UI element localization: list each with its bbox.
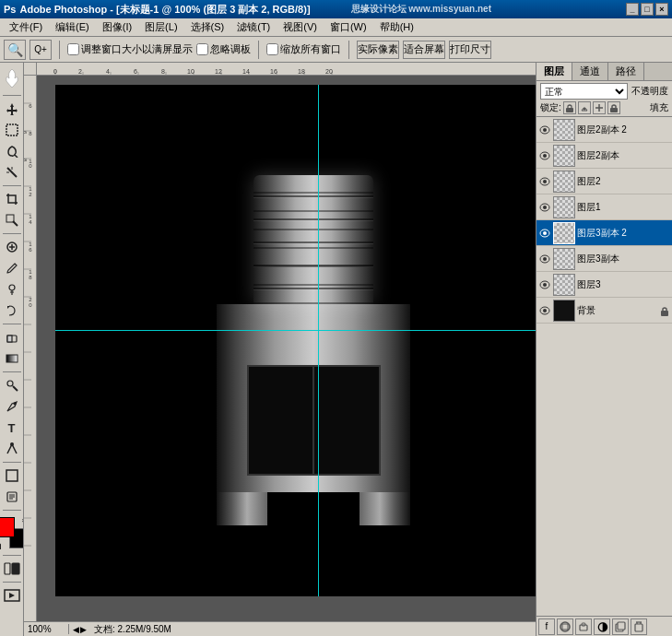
zoom-all-checkbox[interactable] xyxy=(266,43,278,55)
statusbar: 100% ◀ ▶ 文档: 2.25M/9.50M xyxy=(24,621,536,636)
layer-name-4: 图层3副本 2 xyxy=(577,227,670,240)
menu-view[interactable]: 视图(V) xyxy=(277,19,323,35)
zoom-display: 100% xyxy=(28,624,69,634)
gradient-tool[interactable] xyxy=(2,348,22,369)
layer-group-button[interactable] xyxy=(575,618,592,635)
titlebar: Ps Adobe Photoshop - [未标题-1 @ 100% (图层 3… xyxy=(0,0,672,18)
lasso-tool[interactable] xyxy=(2,141,22,161)
delete-layer-button[interactable] xyxy=(631,618,647,635)
minimize-button[interactable]: _ xyxy=(626,3,639,16)
layer-item-0[interactable]: 图层2副本 2 xyxy=(536,117,672,143)
layer-item-6[interactable]: 图层3 xyxy=(536,272,672,298)
clone-stamp-tool[interactable] xyxy=(2,279,22,300)
canvas[interactable] xyxy=(55,85,536,596)
canvas-artwork xyxy=(55,85,536,596)
move-tool[interactable] xyxy=(2,99,22,119)
foreground-color-swatch[interactable] xyxy=(0,517,15,537)
tab-channels[interactable]: 通道 xyxy=(572,63,608,80)
app-logo: Ps xyxy=(4,4,16,15)
ignore-palette-checkbox[interactable] xyxy=(196,43,208,55)
slice-tool[interactable] xyxy=(2,210,22,230)
menu-layer[interactable]: 图层(L) xyxy=(139,19,183,35)
title-text: Adobe Photoshop - [未标题-1 @ 100% (图层 3 副本… xyxy=(19,3,310,17)
layer-item-3[interactable]: 图层1 xyxy=(536,194,672,220)
panel-tabs: 图层 通道 路径 xyxy=(536,63,672,81)
layer-item-1[interactable]: 图层2副本 xyxy=(536,143,672,169)
maximize-button[interactable]: □ xyxy=(641,3,654,16)
menu-file[interactable]: 文件(F) xyxy=(4,19,48,35)
lock-position-icon[interactable] xyxy=(593,101,606,114)
new-layer-button[interactable] xyxy=(612,618,629,635)
svg-rect-28 xyxy=(37,63,536,76)
menu-edit[interactable]: 编辑(E) xyxy=(50,19,95,35)
status-next-icon[interactable]: ▶ xyxy=(80,625,87,634)
healing-tool[interactable] xyxy=(2,237,22,257)
layer-visibility-7[interactable] xyxy=(538,304,551,317)
lock-all-icon[interactable] xyxy=(607,101,620,114)
notes-tool[interactable] xyxy=(2,487,22,507)
print-size-button[interactable]: 打印尺寸 xyxy=(449,41,491,59)
layer-style-button[interactable]: f xyxy=(538,618,555,635)
canvas-container[interactable] xyxy=(37,76,536,621)
shape-tool[interactable] xyxy=(2,465,22,486)
svg-rect-89 xyxy=(610,108,618,112)
magic-wand-tool[interactable] xyxy=(2,162,22,183)
new-adjustment-button[interactable]: ◑ xyxy=(594,618,610,635)
layer-visibility-6[interactable] xyxy=(538,278,551,291)
layer-item-5[interactable]: 图层3副本 xyxy=(536,246,672,272)
fit-window-checkbox[interactable] xyxy=(67,43,79,55)
menu-filter[interactable]: 滤镜(T) xyxy=(231,19,276,35)
lock-image-icon[interactable] xyxy=(578,101,591,114)
close-button[interactable]: × xyxy=(655,3,668,16)
layer-item-4[interactable]: 图层3副本 2 xyxy=(536,220,672,246)
zoom-out-button[interactable]: 🔍 xyxy=(4,40,26,60)
tab-paths[interactable]: 路径 xyxy=(608,63,644,80)
svg-point-105 xyxy=(543,309,547,312)
path-select-tool[interactable] xyxy=(2,439,22,459)
layer-visibility-1[interactable] xyxy=(538,149,551,162)
status-arrows[interactable]: ◀ ▶ xyxy=(73,625,87,634)
eraser-tool[interactable] xyxy=(2,327,22,347)
fit-window-label[interactable]: 调整窗口大小以满屏显示 xyxy=(67,42,193,56)
layer-mask-button[interactable] xyxy=(557,618,573,635)
default-colors-icon[interactable]: ◪ xyxy=(0,542,2,550)
dodge-tool[interactable] xyxy=(2,375,22,395)
svg-text:2: 2 xyxy=(78,68,82,75)
zoom-in-button[interactable]: Q+ xyxy=(29,40,52,60)
lock-transparent-icon[interactable] xyxy=(563,101,576,114)
quick-mask-button[interactable] xyxy=(2,559,22,579)
layer-item-7[interactable]: 背景 xyxy=(536,298,672,324)
layers-list: 图层2副本 2 图层2副本 图层2 xyxy=(536,117,672,616)
zoom-all-windows-label[interactable]: 缩放所有窗口 xyxy=(266,42,341,56)
layer-item-2[interactable]: 图层2 xyxy=(536,169,672,194)
canvas-area[interactable]: 0 2 4 6 8 10 12 14 16 xyxy=(24,63,536,636)
blend-mode-select[interactable]: 正常 xyxy=(540,83,628,100)
menu-image[interactable]: 图像(I) xyxy=(97,19,137,35)
tab-layers[interactable]: 图层 xyxy=(536,63,572,80)
crop-tool[interactable] xyxy=(2,189,22,209)
layer-visibility-2[interactable] xyxy=(538,175,551,188)
actual-pixels-button[interactable]: 实际像素 xyxy=(357,41,399,59)
menu-window[interactable]: 窗口(W) xyxy=(324,19,372,35)
type-tool[interactable]: T xyxy=(2,418,22,438)
svg-line-2 xyxy=(15,155,18,158)
status-prev-icon[interactable]: ◀ xyxy=(73,625,79,634)
layer-visibility-4[interactable] xyxy=(538,227,551,240)
layer-visibility-5[interactable] xyxy=(538,253,551,265)
layer-visibility-0[interactable] xyxy=(538,124,551,136)
fit-screen-button[interactable]: 适合屏幕 xyxy=(403,41,445,59)
svg-rect-19 xyxy=(6,470,18,481)
pen-tool[interactable] xyxy=(2,396,22,417)
history-brush-tool[interactable] xyxy=(2,300,22,321)
screen-mode-button[interactable] xyxy=(2,585,22,606)
layer-thumbnail-0 xyxy=(553,119,575,141)
svg-point-97 xyxy=(543,206,547,209)
marquee-tool[interactable] xyxy=(2,120,22,140)
layer-visibility-3[interactable] xyxy=(538,201,551,214)
svg-rect-24 xyxy=(5,563,10,574)
ignore-palette-label[interactable]: 忽略调板 xyxy=(196,42,251,56)
menu-help[interactable]: 帮助(H) xyxy=(374,19,419,35)
menu-select[interactable]: 选择(S) xyxy=(185,19,230,35)
brush-tool[interactable] xyxy=(2,258,22,278)
svg-line-16 xyxy=(13,386,18,391)
